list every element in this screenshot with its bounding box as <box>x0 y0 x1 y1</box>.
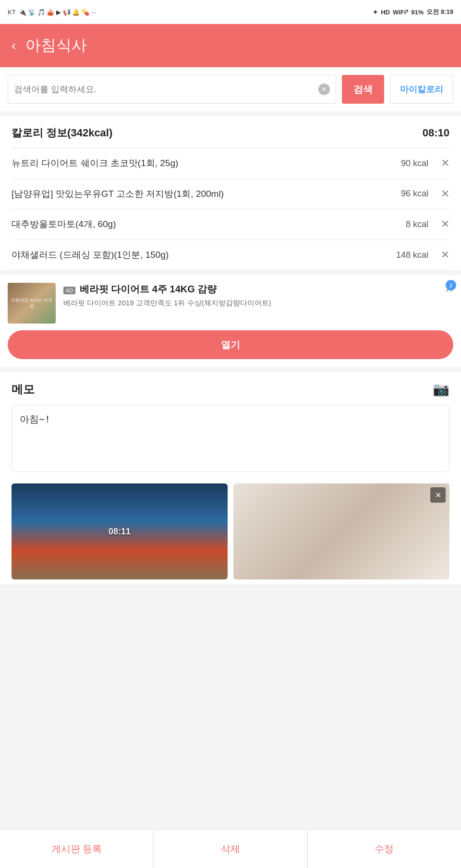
food-item-name: 대추방울토마토(4개, 60g) <box>12 218 401 231</box>
search-input-wrapper: ✕ <box>8 75 336 104</box>
food-item-delete-button[interactable]: ✕ <box>441 249 449 261</box>
food-item-delete-button[interactable]: ✕ <box>441 218 449 230</box>
status-left: KT 🔌 📡 🎵 🎪 ▶ 📢 🔔 💊 ··· <box>8 9 96 16</box>
memo-section: 메모 📷 <box>0 372 461 483</box>
edit-button[interactable]: 수정 <box>308 830 461 868</box>
memo-input[interactable] <box>12 405 449 472</box>
calorie-title: 칼로리 정보(342kcal) <box>12 126 112 140</box>
photo-timestamp: 08:11 <box>109 527 131 537</box>
photo-section: 08:11 ✕ <box>0 483 461 584</box>
header: ‹ 아침식사 <box>0 24 461 67</box>
ad-open-button[interactable]: 열기 <box>8 330 453 359</box>
ad-title: 베라핏 다이어트 4주 14KG 감량 <box>80 284 217 294</box>
bottom-actions: 게시판 등록 삭제 수정 <box>0 829 461 868</box>
search-section: ✕ 검색 마이칼로리 <box>0 67 461 111</box>
food-item-delete-button[interactable]: ✕ <box>441 157 449 169</box>
food-item-name: [남양유업] 맛있는우유GT 고소한 저지방(1회, 200ml) <box>12 188 396 201</box>
food-item-kcal: 148 kcal <box>396 250 428 260</box>
ad-thumbnail: 지방세균 녹이는 이것은 <box>8 283 56 324</box>
search-button[interactable]: 검색 <box>342 75 384 104</box>
photo-left: 08:11 <box>12 483 228 579</box>
delete-button[interactable]: 삭제 <box>154 830 307 868</box>
signal-icons: 🔌 📡 🎵 🎪 ▶ 📢 🔔 💊 ··· <box>19 9 97 16</box>
calorie-time: 08:10 <box>423 127 449 139</box>
food-item: [남양유업] 맛있는우유GT 고소한 저지방(1회, 200ml) 96 kca… <box>12 179 449 210</box>
ad-info-icon[interactable]: i <box>446 280 456 290</box>
ad-text-wrap: AD 베라핏 다이어트 4주 14KG 감량 베라핏 다이어트 2019 고객만… <box>63 283 433 308</box>
memo-header: 메모 📷 <box>12 381 449 397</box>
food-item: 야채샐러드 (드레싱 포함)(1인분, 150g) 148 kcal ✕ <box>12 240 449 271</box>
page-title: 아침식사 <box>25 35 87 56</box>
ad-subtitle: 베라핏 다이어트 2019 고객만족도 1위 수상(체지방감량다이어트) <box>63 298 433 308</box>
time-display: 오전 8:19 <box>426 8 453 16</box>
bluetooth-icon: ✦ <box>373 9 378 16</box>
search-input[interactable] <box>14 84 318 95</box>
food-item-name: 야채샐러드 (드레싱 포함)(1인분, 150g) <box>12 249 391 262</box>
food-item: 뉴트리 다이어트 쉐이크 초코맛(1회, 25g) 90 kcal ✕ <box>12 148 449 179</box>
food-item-delete-button[interactable]: ✕ <box>441 188 449 200</box>
back-button[interactable]: ‹ <box>12 38 16 53</box>
food-item-name: 뉴트리 다이어트 쉐이크 초코맛(1회, 25g) <box>12 157 396 170</box>
status-right: ✦ HD WiFi⁵ 91% 오전 8:19 <box>373 8 453 16</box>
ad-thumb-text: 지방세균 녹이는 이것은 <box>8 295 56 312</box>
status-bar: KT 🔌 📡 🎵 🎪 ▶ 📢 🔔 💊 ··· ✦ HD WiFi⁵ 91% 오전… <box>0 0 461 24</box>
ad-badge: AD <box>63 287 75 294</box>
carrier-text: KT <box>8 9 16 16</box>
food-item: 대추방울토마토(4개, 60g) 8 kcal ✕ <box>12 209 449 240</box>
memo-title: 메모 <box>12 382 35 397</box>
mycalorie-button[interactable]: 마이칼로리 <box>390 75 453 104</box>
calorie-header: 칼로리 정보(342kcal) 08:10 <box>12 126 449 148</box>
ad-content: 지방세균 녹이는 이것은 AD 베라핏 다이어트 4주 14KG 감량 베라핏 … <box>8 283 453 324</box>
ad-title-wrap: AD 베라핏 다이어트 4주 14KG 감량 <box>63 283 433 296</box>
calorie-section: 칼로리 정보(342kcal) 08:10 뉴트리 다이어트 쉐이크 초코맛(1… <box>0 116 461 270</box>
photo-right: ✕ <box>233 483 449 579</box>
food-item-kcal: 96 kcal <box>401 189 428 199</box>
wifi-signal: WiFi⁵ <box>393 9 408 16</box>
food-item-kcal: 90 kcal <box>401 158 428 169</box>
ad-banner: i 지방세균 녹이는 이것은 AD 베라핏 다이어트 4주 14KG 감량 베라… <box>0 275 461 367</box>
battery-percent: 91% <box>411 9 424 16</box>
search-clear-button[interactable]: ✕ <box>318 84 330 95</box>
hd-badge: HD <box>381 9 390 16</box>
register-button[interactable]: 게시판 등록 <box>0 830 154 868</box>
camera-icon[interactable]: 📷 <box>433 381 449 397</box>
food-list: 뉴트리 다이어트 쉐이크 초코맛(1회, 25g) 90 kcal ✕ [남양유… <box>12 148 449 270</box>
food-item-kcal: 8 kcal <box>406 219 428 229</box>
photo-right-close-button[interactable]: ✕ <box>430 487 446 503</box>
